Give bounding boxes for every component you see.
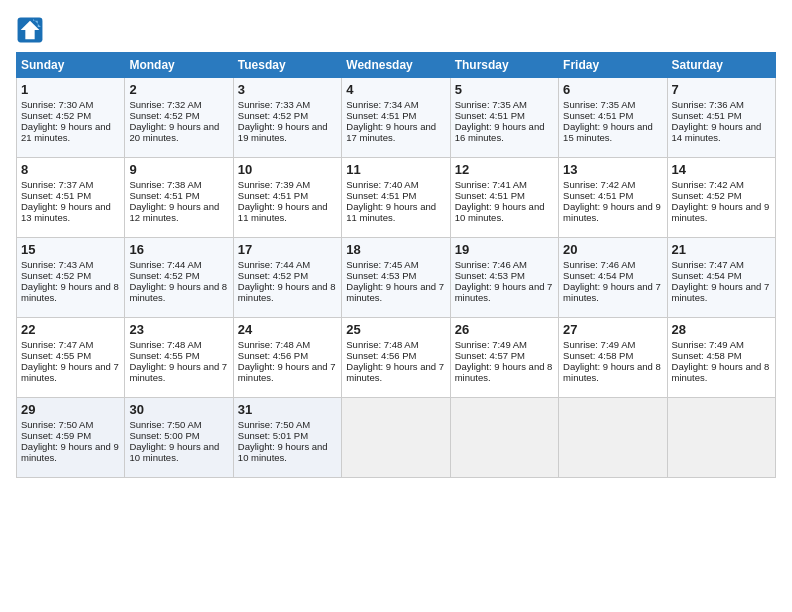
- calendar-cell: 18 Sunrise: 7:45 AM Sunset: 4:53 PM Dayl…: [342, 238, 450, 318]
- calendar-cell: 21 Sunrise: 7:47 AM Sunset: 4:54 PM Dayl…: [667, 238, 775, 318]
- daylight-label: Daylight: 9 hours and 7 minutes.: [21, 361, 119, 383]
- sunset-label: Sunset: 4:52 PM: [129, 270, 199, 281]
- sunrise-label: Sunrise: 7:48 AM: [238, 339, 310, 350]
- sunrise-label: Sunrise: 7:34 AM: [346, 99, 418, 110]
- col-sunday: Sunday: [17, 53, 125, 78]
- daylight-label: Daylight: 9 hours and 13 minutes.: [21, 201, 111, 223]
- day-number: 31: [238, 402, 337, 417]
- sunset-label: Sunset: 4:58 PM: [672, 350, 742, 361]
- calendar-cell: 3 Sunrise: 7:33 AM Sunset: 4:52 PM Dayli…: [233, 78, 341, 158]
- calendar-cell: 8 Sunrise: 7:37 AM Sunset: 4:51 PM Dayli…: [17, 158, 125, 238]
- day-number: 21: [672, 242, 771, 257]
- daylight-label: Daylight: 9 hours and 8 minutes.: [238, 281, 336, 303]
- sunrise-label: Sunrise: 7:44 AM: [238, 259, 310, 270]
- sunrise-label: Sunrise: 7:35 AM: [563, 99, 635, 110]
- col-monday: Monday: [125, 53, 233, 78]
- calendar-row: 29 Sunrise: 7:50 AM Sunset: 4:59 PM Dayl…: [17, 398, 776, 478]
- day-number: 20: [563, 242, 662, 257]
- sunset-label: Sunset: 4:53 PM: [346, 270, 416, 281]
- calendar-row: 22 Sunrise: 7:47 AM Sunset: 4:55 PM Dayl…: [17, 318, 776, 398]
- sunset-label: Sunset: 4:52 PM: [672, 190, 742, 201]
- col-friday: Friday: [559, 53, 667, 78]
- calendar-cell: 6 Sunrise: 7:35 AM Sunset: 4:51 PM Dayli…: [559, 78, 667, 158]
- sunrise-label: Sunrise: 7:42 AM: [672, 179, 744, 190]
- daylight-label: Daylight: 9 hours and 8 minutes.: [21, 281, 119, 303]
- sunrise-label: Sunrise: 7:48 AM: [346, 339, 418, 350]
- logo-icon: [16, 16, 44, 44]
- sunrise-label: Sunrise: 7:42 AM: [563, 179, 635, 190]
- day-number: 16: [129, 242, 228, 257]
- day-number: 18: [346, 242, 445, 257]
- day-number: 23: [129, 322, 228, 337]
- sunset-label: Sunset: 4:52 PM: [21, 270, 91, 281]
- sunrise-label: Sunrise: 7:47 AM: [21, 339, 93, 350]
- sunset-label: Sunset: 4:52 PM: [21, 110, 91, 121]
- daylight-label: Daylight: 9 hours and 10 minutes.: [238, 441, 328, 463]
- sunrise-label: Sunrise: 7:49 AM: [455, 339, 527, 350]
- daylight-label: Daylight: 9 hours and 11 minutes.: [238, 201, 328, 223]
- daylight-label: Daylight: 9 hours and 8 minutes.: [672, 361, 770, 383]
- day-number: 1: [21, 82, 120, 97]
- page-container: Sunday Monday Tuesday Wednesday Thursday…: [0, 0, 792, 486]
- sunrise-label: Sunrise: 7:36 AM: [672, 99, 744, 110]
- day-number: 11: [346, 162, 445, 177]
- sunset-label: Sunset: 4:51 PM: [563, 190, 633, 201]
- day-number: 5: [455, 82, 554, 97]
- sunset-label: Sunset: 4:51 PM: [455, 190, 525, 201]
- daylight-label: Daylight: 9 hours and 8 minutes.: [563, 361, 661, 383]
- sunrise-label: Sunrise: 7:50 AM: [238, 419, 310, 430]
- sunset-label: Sunset: 4:55 PM: [129, 350, 199, 361]
- calendar-cell: 17 Sunrise: 7:44 AM Sunset: 4:52 PM Dayl…: [233, 238, 341, 318]
- daylight-label: Daylight: 9 hours and 14 minutes.: [672, 121, 762, 143]
- sunset-label: Sunset: 4:56 PM: [346, 350, 416, 361]
- daylight-label: Daylight: 9 hours and 8 minutes.: [129, 281, 227, 303]
- daylight-label: Daylight: 9 hours and 7 minutes.: [346, 361, 444, 383]
- calendar-cell: 2 Sunrise: 7:32 AM Sunset: 4:52 PM Dayli…: [125, 78, 233, 158]
- daylight-label: Daylight: 9 hours and 16 minutes.: [455, 121, 545, 143]
- calendar-cell: 26 Sunrise: 7:49 AM Sunset: 4:57 PM Dayl…: [450, 318, 558, 398]
- sunrise-label: Sunrise: 7:50 AM: [21, 419, 93, 430]
- sunrise-label: Sunrise: 7:46 AM: [563, 259, 635, 270]
- logo: [16, 16, 48, 44]
- day-number: 25: [346, 322, 445, 337]
- day-number: 4: [346, 82, 445, 97]
- calendar-cell: 12 Sunrise: 7:41 AM Sunset: 4:51 PM Dayl…: [450, 158, 558, 238]
- calendar-cell: 16 Sunrise: 7:44 AM Sunset: 4:52 PM Dayl…: [125, 238, 233, 318]
- sunset-label: Sunset: 5:00 PM: [129, 430, 199, 441]
- calendar-cell: 31 Sunrise: 7:50 AM Sunset: 5:01 PM Dayl…: [233, 398, 341, 478]
- sunset-label: Sunset: 4:51 PM: [129, 190, 199, 201]
- sunrise-label: Sunrise: 7:38 AM: [129, 179, 201, 190]
- day-number: 7: [672, 82, 771, 97]
- day-number: 2: [129, 82, 228, 97]
- daylight-label: Daylight: 9 hours and 7 minutes.: [563, 281, 661, 303]
- daylight-label: Daylight: 9 hours and 8 minutes.: [455, 361, 553, 383]
- day-number: 22: [21, 322, 120, 337]
- sunset-label: Sunset: 4:51 PM: [238, 190, 308, 201]
- day-number: 9: [129, 162, 228, 177]
- sunrise-label: Sunrise: 7:41 AM: [455, 179, 527, 190]
- daylight-label: Daylight: 9 hours and 7 minutes.: [129, 361, 227, 383]
- calendar-row: 8 Sunrise: 7:37 AM Sunset: 4:51 PM Dayli…: [17, 158, 776, 238]
- daylight-label: Daylight: 9 hours and 11 minutes.: [346, 201, 436, 223]
- calendar-cell: 25 Sunrise: 7:48 AM Sunset: 4:56 PM Dayl…: [342, 318, 450, 398]
- sunrise-label: Sunrise: 7:35 AM: [455, 99, 527, 110]
- daylight-label: Daylight: 9 hours and 15 minutes.: [563, 121, 653, 143]
- day-number: 30: [129, 402, 228, 417]
- day-number: 3: [238, 82, 337, 97]
- day-number: 27: [563, 322, 662, 337]
- day-number: 19: [455, 242, 554, 257]
- calendar-cell: [559, 398, 667, 478]
- sunset-label: Sunset: 4:51 PM: [346, 110, 416, 121]
- header-row: Sunday Monday Tuesday Wednesday Thursday…: [17, 53, 776, 78]
- day-number: 26: [455, 322, 554, 337]
- calendar-row: 1 Sunrise: 7:30 AM Sunset: 4:52 PM Dayli…: [17, 78, 776, 158]
- calendar-cell: 29 Sunrise: 7:50 AM Sunset: 4:59 PM Dayl…: [17, 398, 125, 478]
- sunset-label: Sunset: 4:51 PM: [21, 190, 91, 201]
- day-number: 10: [238, 162, 337, 177]
- calendar-cell: 28 Sunrise: 7:49 AM Sunset: 4:58 PM Dayl…: [667, 318, 775, 398]
- sunrise-label: Sunrise: 7:47 AM: [672, 259, 744, 270]
- sunrise-label: Sunrise: 7:49 AM: [672, 339, 744, 350]
- calendar-cell: [342, 398, 450, 478]
- daylight-label: Daylight: 9 hours and 10 minutes.: [455, 201, 545, 223]
- daylight-label: Daylight: 9 hours and 7 minutes.: [455, 281, 553, 303]
